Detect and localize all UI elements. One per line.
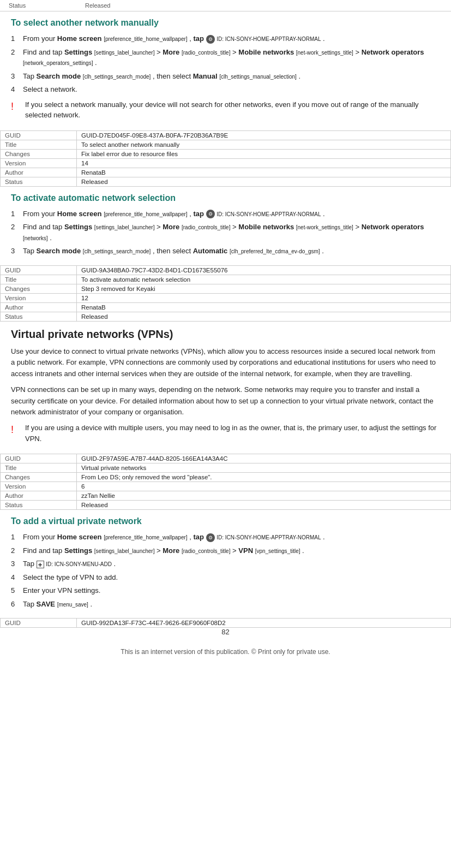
table-row: Title To select another network manually: [1, 140, 451, 149]
step-content: Tap SAVE [menu_save] .: [23, 599, 440, 610]
meta-label: GUID: [1, 454, 77, 463]
meta-value: Released: [77, 312, 451, 321]
table-row: Changes Fix label error due to resource …: [1, 149, 451, 158]
table-row: Changes From Leo DS; only removed the wo…: [1, 473, 451, 482]
step-item: 4 Select a network.: [11, 84, 440, 95]
step-number: 5: [11, 585, 23, 596]
add-vpn-heading: To add a virtual private network: [11, 516, 440, 526]
step-number: 1: [11, 33, 23, 44]
meta-value: 14: [77, 158, 451, 168]
step-number: 4: [11, 84, 23, 95]
step-number: 2: [11, 47, 23, 58]
vpn-main-heading: Virtual private networks (VPNs): [11, 328, 440, 341]
meta-value: 12: [77, 293, 451, 302]
step-number: 3: [11, 246, 23, 257]
meta-label: Changes: [1, 149, 77, 158]
meta-label: Status: [1, 177, 77, 186]
step-number: 3: [11, 71, 23, 82]
add-vpn-steps: 1 From your Home screen [preference_titl…: [11, 532, 440, 609]
vpn-para1: Use your device to connect to virtual pr…: [11, 346, 440, 380]
table-row: GUID GUID-2F97A59E-A7B7-44AD-8205-166EA1…: [1, 454, 451, 463]
meta-value: RenataB: [77, 168, 451, 177]
meta-label: Author: [1, 302, 77, 312]
step-content: Select the type of VPN to add.: [23, 572, 440, 583]
vpn-para2: VPN connections can be set up in many wa…: [11, 384, 440, 418]
meta-value: Virtual private networks: [77, 463, 451, 473]
step-content: From your Home screen [preference_title_…: [23, 532, 440, 543]
meta-label: Status: [1, 312, 77, 321]
meta-label: GUID: [1, 619, 77, 628]
meta-value: Released: [77, 501, 451, 510]
meta-value: GUID-2F97A59E-A7B7-44AD-8205-166EA14A3A4…: [77, 454, 451, 463]
step-content: Select a network.: [23, 84, 440, 95]
step-number: 6: [11, 599, 23, 610]
warning-text: If you are using a device with multiple …: [25, 423, 440, 444]
step-content: Tap Search mode [clh_settings_search_mod…: [23, 246, 440, 257]
section-vpn: Virtual private networks (VPNs) Use your…: [0, 322, 451, 454]
step-content: Tap Search mode [clh_settings_search_mod…: [23, 71, 440, 82]
status-value: Released: [85, 2, 110, 9]
table-row: Title Virtual private networks: [1, 463, 451, 473]
step-content: Find and tap Settings [settings_label_la…: [23, 545, 440, 556]
meta-label: Status: [1, 501, 77, 510]
page-footer: This is an internet version of this publ…: [0, 639, 451, 658]
section2-heading: To activate automatic network selection: [11, 193, 440, 203]
meta-value: Step 3 removed for Keyaki: [77, 284, 451, 293]
meta-label: GUID: [1, 130, 77, 140]
step-content: Find and tap Settings [settings_label_la…: [23, 47, 440, 68]
section1-steps: 1 From your Home screen [preference_titl…: [11, 33, 440, 95]
meta-label: Title: [1, 275, 77, 284]
footer-notice: This is an internet version of this publ…: [121, 648, 330, 656]
top-status-bar: Status Released: [0, 0, 451, 11]
section1-warning: ! If you select a network manually, your…: [11, 99, 440, 121]
table-row: Author zzTan Nellie: [1, 491, 451, 501]
section1-meta-table: GUID GUID-D7ED045F-09E8-437A-B0FA-7F20B3…: [0, 130, 451, 187]
table-row: Status Released: [1, 177, 451, 186]
step-item: 1 From your Home screen [preference_titl…: [11, 209, 440, 219]
meta-value: RenataB: [77, 302, 451, 312]
meta-value: To activate automatic network selection: [77, 275, 451, 284]
table-row: Author RenataB: [1, 168, 451, 177]
table-row: GUID GUID-9A348BA0-79C7-43D2-B4D1-CD1673…: [1, 265, 451, 275]
table-row: Version 14: [1, 158, 451, 168]
section2-steps: 1 From your Home screen [preference_titl…: [11, 209, 440, 257]
step-item: 4 Select the type of VPN to add.: [11, 572, 440, 583]
step-item: 6 Tap SAVE [menu_save] .: [11, 599, 440, 610]
step-item: 1 From your Home screen [preference_titl…: [11, 532, 440, 543]
meta-value: 6: [77, 482, 451, 491]
meta-label: Version: [1, 482, 77, 491]
step-item: 3 Tap Search mode [clh_settings_search_m…: [11, 246, 440, 257]
step-content: From your Home screen [preference_title_…: [23, 33, 440, 44]
section-add-vpn: To add a virtual private network 1 From …: [0, 510, 451, 618]
table-row: Author RenataB: [1, 302, 451, 312]
table-row: GUID GUID-992DA13F-F73C-44E7-9626-6EF906…: [1, 619, 451, 628]
meta-label: Version: [1, 158, 77, 168]
step-number: 4: [11, 572, 23, 583]
table-row: Changes Step 3 removed for Keyaki: [1, 284, 451, 293]
meta-value: zzTan Nellie: [77, 491, 451, 501]
meta-label: Author: [1, 491, 77, 501]
meta-value: Fix label error due to resource files: [77, 149, 451, 158]
meta-label: Changes: [1, 284, 77, 293]
page-number: 82: [0, 628, 451, 636]
warning-icon: !: [11, 423, 21, 437]
table-row: Title To activate automatic network sele…: [1, 275, 451, 284]
step-content: Find and tap Settings [settings_label_la…: [23, 222, 440, 243]
meta-value: From Leo DS; only removed the word "plea…: [77, 473, 451, 482]
meta-label: Title: [1, 463, 77, 473]
meta-label: Changes: [1, 473, 77, 482]
step-number: 3: [11, 558, 23, 569]
section-select-network: To select another network manually 1 Fro…: [0, 11, 451, 130]
step-item: 3 Tap + ID: ICN-SONY-MENU-ADD .: [11, 558, 440, 569]
meta-label: GUID: [1, 265, 77, 275]
table-row: Status Released: [1, 312, 451, 321]
table-row: GUID GUID-D7ED045F-09E8-437A-B0FA-7F20B3…: [1, 130, 451, 140]
meta-value: GUID-D7ED045F-09E8-437A-B0FA-7F20B36A7B9…: [77, 130, 451, 140]
vpn-meta-table: GUID GUID-2F97A59E-A7B7-44AD-8205-166EA1…: [0, 454, 451, 510]
meta-value: GUID-9A348BA0-79C7-43D2-B4D1-CD1673E5507…: [77, 265, 451, 275]
step-item: 2 Find and tap Settings [settings_label_…: [11, 47, 440, 68]
table-row: Version 6: [1, 482, 451, 491]
step-content: From your Home screen [preference_title_…: [23, 209, 440, 219]
step-item: 2 Find and tap Settings [settings_label_…: [11, 545, 440, 556]
section2-meta-table: GUID GUID-9A348BA0-79C7-43D2-B4D1-CD1673…: [0, 265, 451, 322]
